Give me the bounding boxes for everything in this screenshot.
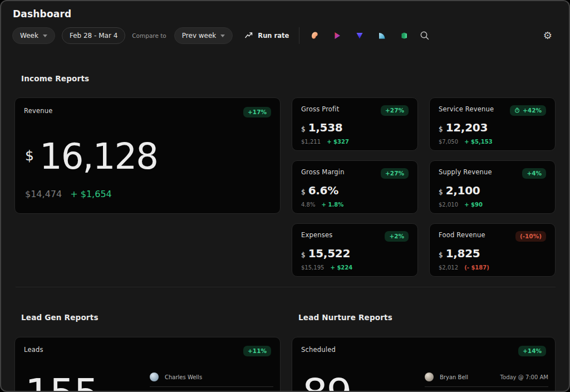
orange-blob-logo-icon[interactable] <box>311 31 320 40</box>
metric-badge: +27% <box>381 168 409 179</box>
person-divider <box>425 386 548 387</box>
revenue-value-row: $ 16,128 <box>24 139 271 174</box>
lead-gen-section-title: Lead Gen Reports <box>21 313 281 322</box>
metric-label: Food Revenue <box>439 231 485 239</box>
leads-label: Leads <box>24 346 43 354</box>
card-header: Revenue +17% <box>24 107 271 117</box>
metric-sub-row: $2,010 + $90 <box>439 202 546 208</box>
metric-label: Expenses <box>301 231 332 239</box>
person-row: Bryan Bell Today @ 7:00 AM <box>425 373 548 387</box>
currency-symbol: $ <box>439 251 443 259</box>
bottom-grid: Lead Gen Reports Leads +11% 155 Charles … <box>14 313 556 392</box>
card-header: Leads +11% <box>24 346 271 356</box>
metric-value: 12,203 <box>446 121 488 134</box>
run-rate-toggle[interactable]: Run rate <box>245 32 289 40</box>
revenue-delta: + $1,654 <box>70 189 111 199</box>
person-line: Bryan Bell Today @ 7:00 AM <box>425 373 548 381</box>
trending-up-icon <box>245 32 253 40</box>
card-header: Gross Margin +27% <box>301 168 409 179</box>
date-range-button[interactable]: Feb 28 - Mar 4 <box>62 27 125 44</box>
card-header: Supply Revenue +4% <box>439 168 546 179</box>
currency-symbol: $ <box>301 188 306 196</box>
person-divider <box>150 386 273 387</box>
header: Dashboard <box>1 1 569 19</box>
card-header: Expenses +2% <box>301 231 409 242</box>
metric-badge: +4% <box>522 168 546 179</box>
metric-delta: (- $187) <box>464 264 489 271</box>
metric-value-row: $ 15,522 <box>301 247 409 260</box>
app-icons <box>311 31 409 40</box>
person-line: Charles Wells <box>150 373 273 381</box>
metric-delta: + $327 <box>327 139 349 145</box>
metric-label: Supply Revenue <box>439 168 492 176</box>
gross-margin-card[interactable]: Gross Margin +27% $ 6.6% 4.8% + 1.8% <box>292 160 418 214</box>
food-revenue-card[interactable]: Food Revenue (-10%) $ 1,825 $2,012 (- $1… <box>429 223 556 277</box>
main-content: Income Reports Revenue +17% $ 16,128 $14… <box>1 74 569 392</box>
green-flag-logo-icon[interactable] <box>400 31 409 40</box>
page-title: Dashboard <box>13 8 558 19</box>
avatar <box>150 373 159 381</box>
toolbar: Week Feb 28 - Mar 4 Compare to Prev week… <box>12 27 558 44</box>
leads-badge: +11% <box>243 346 271 356</box>
person-time: Today @ 7:00 AM <box>500 374 548 380</box>
compare-to-label: Compare to <box>132 32 166 39</box>
revenue-card[interactable]: Revenue +17% $ 16,128 $14,474 + $1,654 <box>14 97 281 214</box>
metric-sub-row: $15,195 + $224 <box>301 264 409 271</box>
revenue-badge: +17% <box>243 107 271 117</box>
compare-select[interactable]: Prev week <box>174 27 233 44</box>
card-header: Gross Profit +27% <box>301 105 409 116</box>
blue-quarter-logo-icon[interactable] <box>377 31 386 40</box>
metric-value-row: $ 12,203 <box>439 121 546 134</box>
revenue-label: Revenue <box>24 107 52 115</box>
metric-value: 1,825 <box>446 247 480 260</box>
metric-value-row: $ 6.6% <box>301 184 409 197</box>
metric-sub-row: $7,050 + $5,153 <box>439 139 546 145</box>
expenses-card[interactable]: Expenses +2% $ 15,522 $15,195 + $224 <box>292 223 418 277</box>
toolbar-divider <box>299 27 299 44</box>
leads-card[interactable]: Leads +11% 155 Charles Wells <box>14 337 281 392</box>
metric-label: Gross Margin <box>301 168 345 176</box>
metric-previous: $2,012 <box>439 264 458 271</box>
metric-previous: $7,050 <box>439 139 458 145</box>
metric-badge: +27% <box>381 105 409 116</box>
person-name: Bryan Bell <box>440 374 468 380</box>
metric-value-row: $ 1,825 <box>439 247 546 260</box>
chevron-down-icon <box>43 35 47 37</box>
metric-sub-row: 4.8% + 1.8% <box>301 202 409 208</box>
metric-value: 15,522 <box>308 247 350 260</box>
avatar <box>425 373 434 381</box>
card-header: Food Revenue (-10%) <box>439 231 546 242</box>
metric-previous: $2,010 <box>439 202 458 208</box>
period-select-value: Week <box>20 32 38 40</box>
currency-symbol: $ <box>25 148 34 164</box>
gross-profit-card[interactable]: Gross Profit +27% $ 1,538 $1,211 + $327 <box>292 97 418 151</box>
metric-delta: + $224 <box>331 264 353 271</box>
metric-value: 1,538 <box>308 121 343 134</box>
purple-funnel-logo-icon[interactable] <box>355 31 364 40</box>
dashboard-window: Dashboard Week Feb 28 - Mar 4 Compare to… <box>0 0 570 392</box>
chevron-down-icon <box>220 35 225 37</box>
settings-gear-icon[interactable]: ⚙ <box>543 31 552 41</box>
currency-symbol: $ <box>301 125 306 133</box>
revenue-previous: $14,474 <box>25 189 62 199</box>
date-range-value: Feb 28 - Mar 4 <box>70 32 117 40</box>
service-revenue-card[interactable]: Service Revenue +42% <box>429 97 556 151</box>
metric-label: Gross Profit <box>301 105 339 113</box>
card-header: Scheduled +14% <box>301 346 546 356</box>
metric-badge-value: +42% <box>523 107 542 114</box>
supply-revenue-card[interactable]: Supply Revenue +4% $ 2,100 $2,010 + $90 <box>429 160 556 214</box>
currency-symbol: $ <box>439 188 443 196</box>
metric-sub-row: $2,012 (- $187) <box>439 264 546 271</box>
scheduled-label: Scheduled <box>301 346 336 354</box>
metric-badge: +2% <box>385 231 409 242</box>
card-header: Service Revenue +42% <box>439 105 546 116</box>
period-select[interactable]: Week <box>12 27 55 44</box>
compare-select-value: Prev week <box>182 32 217 40</box>
metric-previous: 4.8% <box>301 202 315 208</box>
metric-sub-row: $1,211 + $327 <box>301 139 409 145</box>
search-icon[interactable] <box>420 31 430 41</box>
revenue-value: 16,128 <box>40 139 158 174</box>
scheduled-card[interactable]: Scheduled +14% 89 Bryan Bell Today @ 7:0… <box>292 337 556 392</box>
metric-delta: + $90 <box>464 202 483 208</box>
red-play-logo-icon[interactable] <box>333 31 342 40</box>
